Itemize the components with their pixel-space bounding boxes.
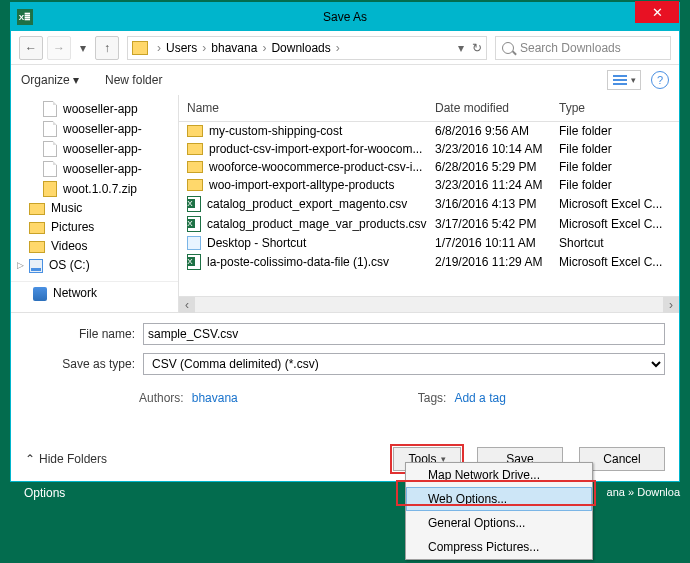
sidebar-item-label: wooseller-app — [63, 102, 138, 117]
new-folder-button[interactable]: New folder — [105, 73, 162, 87]
sidebar-item[interactable]: Pictures — [11, 218, 178, 237]
sidebar-item-network[interactable]: Network — [11, 281, 178, 303]
nav-tree[interactable]: wooseller-appwooseller-app-wooseller-app… — [11, 95, 179, 312]
sidebar-item-label: OS (C:) — [49, 258, 90, 273]
up-button[interactable]: ↑ — [95, 36, 119, 60]
file-date: 3/16/2016 4:13 PM — [435, 197, 559, 211]
sidebar-item[interactable]: wooseller-app- — [11, 139, 178, 159]
column-headers[interactable]: Name Date modified Type — [179, 95, 679, 122]
col-name[interactable]: Name — [187, 101, 435, 115]
savetype-select[interactable]: CSV (Comma delimited) (*.csv) — [143, 353, 665, 375]
file-type: File folder — [559, 142, 671, 156]
sidebar-item-label: woot.1.0.7.zip — [63, 182, 137, 197]
sidebar-item[interactable]: wooseller-app- — [11, 159, 178, 179]
file-name: catalog_product_mage_var_products.csv — [207, 217, 426, 231]
separator: › — [154, 41, 164, 55]
tags-value[interactable]: Add a tag — [454, 391, 505, 405]
separator: › — [333, 41, 343, 55]
search-input[interactable]: Search Downloads — [495, 36, 671, 60]
file-list[interactable]: Name Date modified Type my-custom-shippi… — [179, 95, 679, 312]
crumb-bhavana[interactable]: bhavana — [211, 41, 257, 55]
back-button[interactable]: ← — [19, 36, 43, 60]
file-type: Microsoft Excel C... — [559, 217, 671, 231]
filename-input[interactable] — [143, 323, 665, 345]
sidebar-item[interactable]: ▷OS (C:) — [11, 256, 178, 275]
tags-label: Tags: — [418, 391, 447, 405]
file-row[interactable]: catalog_product_mage_var_products.csv3/1… — [179, 214, 679, 234]
expand-icon[interactable]: ▷ — [17, 258, 24, 273]
sidebar-item[interactable]: woot.1.0.7.zip — [11, 179, 178, 199]
excel-icon — [187, 254, 201, 270]
file-row[interactable]: product-csv-import-export-for-woocom...3… — [179, 140, 679, 158]
titlebar: X≣ Save As ✕ — [11, 3, 679, 31]
file-icon — [43, 141, 57, 157]
file-type: File folder — [559, 178, 671, 192]
hide-folders-button[interactable]: ⌃ Hide Folders — [25, 452, 107, 466]
col-type[interactable]: Type — [559, 101, 671, 115]
sidebar-item-label: Videos — [51, 239, 87, 254]
search-placeholder: Search Downloads — [520, 41, 621, 55]
file-name: woo-import-export-alltype-products — [209, 178, 394, 192]
scroll-left[interactable]: ‹ — [179, 297, 195, 313]
excel-icon — [187, 216, 201, 232]
zip-icon — [43, 181, 57, 197]
file-date: 3/17/2016 5:42 PM — [435, 217, 559, 231]
help-button[interactable]: ? — [651, 71, 669, 89]
file-date: 6/8/2016 9:56 AM — [435, 124, 559, 138]
address-bar[interactable]: › Users › bhavana › Downloads › ▾ ↻ — [127, 36, 487, 60]
file-row[interactable]: my-custom-shipping-cost6/8/2016 9:56 AMF… — [179, 122, 679, 140]
view-options[interactable]: ▾ — [607, 70, 641, 90]
sidebar-item[interactable]: wooseller-app — [11, 99, 178, 119]
close-button[interactable]: ✕ — [635, 1, 679, 23]
crumb-downloads[interactable]: Downloads — [271, 41, 330, 55]
file-type: File folder — [559, 160, 671, 174]
file-row[interactable]: la-poste-colissimo-data-file (1).csv2/19… — [179, 252, 679, 272]
scroll-right[interactable]: › — [663, 297, 679, 313]
folder-icon — [132, 41, 148, 55]
file-date: 2/19/2016 11:29 AM — [435, 255, 559, 269]
menu-item[interactable]: General Options... — [406, 511, 592, 535]
file-name: product-csv-import-export-for-woocom... — [209, 142, 422, 156]
file-name: my-custom-shipping-cost — [209, 124, 342, 138]
file-date: 6/28/2016 5:29 PM — [435, 160, 559, 174]
forward-button[interactable]: → — [47, 36, 71, 60]
addr-dropdown[interactable]: ▾ — [458, 41, 464, 55]
history-dropdown[interactable]: ▾ — [75, 36, 91, 60]
meta-row: Authors: bhavana Tags: Add a tag — [11, 389, 679, 405]
folder-icon — [29, 241, 45, 253]
drive-icon — [29, 259, 43, 273]
organize-menu[interactable]: Organize ▾ — [21, 73, 79, 87]
backstage-options[interactable]: Options — [10, 478, 79, 508]
menu-item[interactable]: Compress Pictures... — [406, 535, 592, 559]
menu-item[interactable]: Web Options... — [406, 487, 592, 511]
filename-label: File name: — [25, 327, 143, 341]
refresh-button[interactable]: ↻ — [472, 41, 482, 55]
chevron-up-icon: ⌃ — [25, 452, 35, 466]
menu-item[interactable]: Map Network Drive... — [406, 463, 592, 487]
file-row[interactable]: woo-import-export-alltype-products3/23/2… — [179, 176, 679, 194]
file-type: Shortcut — [559, 236, 671, 250]
sidebar-item[interactable]: Videos — [11, 237, 178, 256]
sidebar-item-label: wooseller-app- — [63, 162, 142, 177]
explorer-body: wooseller-appwooseller-app-wooseller-app… — [11, 95, 679, 313]
network-icon — [33, 287, 47, 301]
sidebar-item[interactable]: wooseller-app- — [11, 119, 178, 139]
crumb-users[interactable]: Users — [166, 41, 197, 55]
dialog-title: Save As — [323, 10, 367, 24]
file-date: 3/23/2016 11:24 AM — [435, 178, 559, 192]
file-row[interactable]: catalog_product_export_magento.csv3/16/2… — [179, 194, 679, 214]
horizontal-scrollbar[interactable]: ‹ › — [179, 296, 679, 312]
toolbar: Organize ▾ New folder ▾ ? — [11, 65, 679, 95]
file-name: catalog_product_export_magento.csv — [207, 197, 407, 211]
sidebar-item[interactable]: Music — [11, 199, 178, 218]
file-name: la-poste-colissimo-data-file (1).csv — [207, 255, 389, 269]
excel-icon: X≣ — [17, 9, 33, 25]
separator: › — [199, 41, 209, 55]
col-date[interactable]: Date modified — [435, 101, 559, 115]
file-row[interactable]: Desktop - Shortcut1/7/2016 10:11 AMShort… — [179, 234, 679, 252]
authors-value[interactable]: bhavana — [192, 391, 238, 405]
folder-icon — [187, 179, 203, 191]
tools-menu[interactable]: Map Network Drive...Web Options...Genera… — [405, 462, 593, 560]
authors-label: Authors: — [139, 391, 184, 405]
file-row[interactable]: wooforce-woocommerce-product-csv-i...6/2… — [179, 158, 679, 176]
